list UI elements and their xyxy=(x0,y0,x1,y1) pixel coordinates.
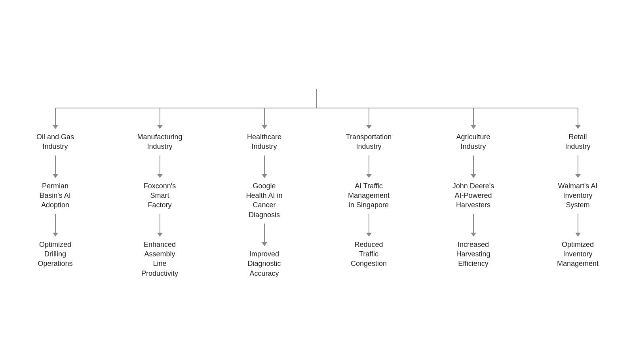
level3-col-healthcare: ImprovedDiagnosticAccuracy xyxy=(246,249,282,278)
vline-2-3 xyxy=(578,214,578,233)
level1-col-retail: RetailIndustry xyxy=(563,132,592,152)
col-top-vline xyxy=(55,108,56,125)
col-top-arrow xyxy=(53,125,58,129)
arrow-1-2 xyxy=(575,174,581,178)
col-top-vline xyxy=(160,108,160,125)
col-top-arrow xyxy=(262,125,267,129)
vline-1-2 xyxy=(369,155,369,174)
arrow-2-3 xyxy=(575,233,581,237)
level1-col-manufacturing: ManufacturingIndustry xyxy=(135,132,184,152)
root-vline xyxy=(316,89,317,108)
arrow-1-2 xyxy=(53,174,58,178)
vline-2-3 xyxy=(264,224,265,243)
vline-1-2 xyxy=(55,155,56,174)
col-top-arrow xyxy=(366,125,372,129)
level1-col-oil: Oil and GasIndustry xyxy=(35,132,76,152)
vline-2-3 xyxy=(473,214,474,233)
tree-body: Oil and GasIndustryPermianBasin's AIAdop… xyxy=(12,108,622,278)
col-top-vline xyxy=(369,108,369,125)
vline-1-2 xyxy=(264,155,265,174)
vline-1-2 xyxy=(160,155,160,174)
col-top-vline xyxy=(473,108,474,125)
vline-2-3 xyxy=(55,214,56,233)
arrow-2-3 xyxy=(262,242,267,246)
arrow-2-3 xyxy=(471,233,476,237)
level3-col-manufacturing: EnhancedAssemblyLineProductivity xyxy=(140,240,180,278)
level2-col-oil: PermianBasin's AIAdoption xyxy=(38,181,72,210)
column-col-healthcare: HealthcareIndustryGoogleHealth AI inCanc… xyxy=(221,108,308,278)
root-node xyxy=(312,86,321,89)
level1-col-healthcare: HealthcareIndustry xyxy=(245,132,283,152)
arrow-1-2 xyxy=(366,174,372,178)
arrow-2-3 xyxy=(366,233,372,237)
vline-1-2 xyxy=(473,155,474,174)
col-top-arrow xyxy=(575,125,581,129)
level2-col-retail: Walmart's AIInventorySystem xyxy=(557,181,599,210)
level1-col-agriculture: AgricultureIndustry xyxy=(454,132,492,152)
column-col-oil: Oil and GasIndustryPermianBasin's AIAdop… xyxy=(12,108,99,268)
col-top-vline xyxy=(264,108,265,125)
arrow-2-3 xyxy=(157,233,163,237)
col-top-arrow xyxy=(471,125,476,129)
column-col-retail: RetailIndustryWalmart's AIInventorySyste… xyxy=(534,108,622,268)
vline-2-3 xyxy=(160,214,160,233)
arrow-1-2 xyxy=(262,174,267,178)
columns-row: Oil and GasIndustryPermianBasin's AIAdop… xyxy=(12,108,622,278)
level3-col-agriculture: IncreasedHarvestingEfficiency xyxy=(454,240,492,269)
column-col-manufacturing: ManufacturingIndustryFoxconn'sSmartFacto… xyxy=(116,108,203,278)
level2-col-manufacturing: Foxconn'sSmartFactory xyxy=(142,181,177,210)
level3-col-oil: OptimizedDrillingOperations xyxy=(36,240,74,269)
col-top-arrow xyxy=(157,125,163,129)
vline-1-2 xyxy=(578,155,578,174)
level3-col-transportation: ReducedTrafficCongestion xyxy=(349,240,388,269)
level1-col-transportation: TransportationIndustry xyxy=(344,132,393,152)
level3-col-retail: OptimizedInventoryManagement xyxy=(555,240,600,269)
diagram: Oil and GasIndustryPermianBasin's AIAdop… xyxy=(12,86,622,278)
arrow-1-2 xyxy=(157,174,163,178)
column-col-agriculture: AgricultureIndustryJohn Deere'sAI-Powere… xyxy=(430,108,517,268)
column-col-transportation: TransportationIndustryAI TrafficManageme… xyxy=(325,108,412,268)
level2-col-healthcare: GoogleHealth AI inCancerDiagnosis xyxy=(244,181,284,220)
level2-col-agriculture: John Deere'sAI-PoweredHarvesters xyxy=(451,181,496,210)
arrow-2-3 xyxy=(53,233,58,237)
vline-2-3 xyxy=(369,214,369,233)
arrow-1-2 xyxy=(471,174,476,178)
level2-col-transportation: AI TrafficManagementin Singapore xyxy=(346,181,391,210)
col-top-vline xyxy=(578,108,578,125)
